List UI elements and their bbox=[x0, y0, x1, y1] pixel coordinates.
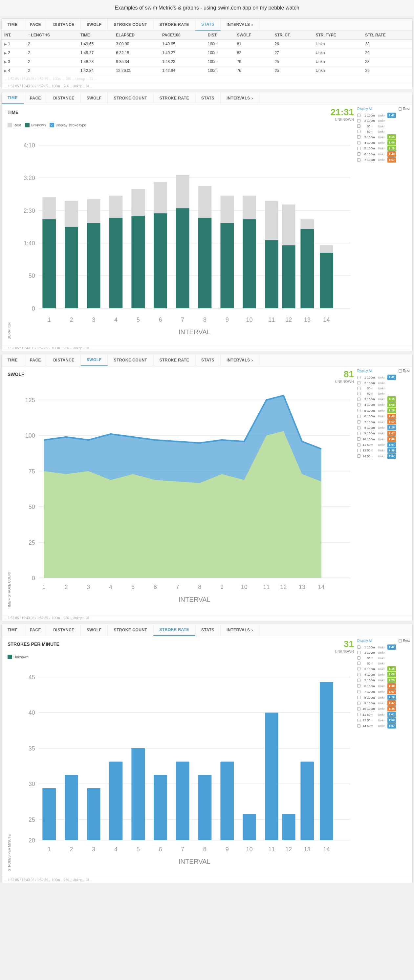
legend-display-stroke[interactable]: ✓ Display stroke type bbox=[49, 123, 86, 127]
stroke-rate-chart-main: STROKES PER MINUTE 31 UNKNOWN Unknown ST… bbox=[4, 639, 357, 874]
svg-text:3: 3 bbox=[92, 846, 95, 853]
tab-intervals-stats[interactable]: INTERVALS bbox=[221, 19, 260, 30]
time-sidebar-list: 1 100m Unkn 1:42 2 100m Unkn 50m Unkn bbox=[357, 113, 410, 162]
svg-rect-97 bbox=[65, 775, 78, 840]
tab-swolf-active[interactable]: SWOLF bbox=[81, 354, 108, 366]
stroke-rate-legend: Unknown bbox=[4, 653, 357, 660]
sr-rest-label: Rest bbox=[403, 639, 410, 643]
time-rest-check[interactable]: Rest bbox=[398, 107, 410, 111]
svg-text:12: 12 bbox=[285, 317, 292, 323]
stroke-rate-y-axis-label: STROKES PER MINUTE bbox=[8, 662, 11, 871]
svg-rect-108 bbox=[300, 762, 314, 840]
tab-stroke-count-swolf[interactable]: STROKE COUNT bbox=[108, 355, 153, 366]
svg-text:6: 6 bbox=[159, 317, 162, 323]
svg-text:125: 125 bbox=[25, 397, 35, 404]
svg-rect-13 bbox=[42, 197, 56, 219]
tab-intervals-sr[interactable]: INTERVALS bbox=[221, 624, 260, 636]
sr-rest-check[interactable]: Rest bbox=[398, 639, 410, 643]
tab-distance-time[interactable]: DISTANCE bbox=[47, 92, 80, 104]
tab-stroke-count-stats[interactable]: STROKE COUNT bbox=[108, 19, 153, 30]
tab-stroke-rate-active[interactable]: STROKE RATE bbox=[153, 624, 195, 636]
svg-rect-12 bbox=[42, 219, 56, 308]
legend-rest: Rest bbox=[8, 123, 21, 127]
svg-rect-34 bbox=[282, 245, 296, 308]
tab-time-time[interactable]: TIME bbox=[2, 92, 24, 104]
swolf-display-all[interactable]: Display All bbox=[357, 369, 372, 372]
svg-text:2: 2 bbox=[70, 846, 73, 853]
sr-display-all[interactable]: Display All bbox=[357, 639, 372, 643]
stroke-rate-big-num: 31 bbox=[335, 639, 354, 649]
sr-rest-checkbox[interactable] bbox=[398, 639, 402, 643]
tab-swolf-sr[interactable]: SWOLF bbox=[81, 624, 108, 636]
time-legend: Rest Unknown ✓ Display stroke type bbox=[4, 121, 357, 129]
tab-time-stats[interactable]: TIME bbox=[2, 19, 24, 30]
svg-text:4:10: 4:10 bbox=[24, 142, 35, 149]
svg-text:INTERVAL: INTERVAL bbox=[178, 858, 210, 865]
time-tab-nav: TIME PACE DISTANCE SWOLF STROKE COUNT ST… bbox=[2, 92, 412, 104]
svg-rect-27 bbox=[198, 186, 212, 218]
legend-rest-box bbox=[8, 123, 12, 127]
svg-rect-23 bbox=[154, 182, 167, 213]
stroke-rate-chart-sidebar: Display All Rest 1100mUnkn1:42 2100mUnkn… bbox=[357, 639, 410, 874]
tab-distance-sr[interactable]: DISTANCE bbox=[47, 624, 80, 636]
tab-stats-active[interactable]: STATS bbox=[195, 19, 221, 30]
swolf-rest-checkbox[interactable] bbox=[398, 369, 402, 372]
tab-stroke-rate-swolf[interactable]: STROKE RATE bbox=[153, 355, 195, 366]
tab-stroke-count-time[interactable]: STROKE COUNT bbox=[108, 92, 153, 104]
svg-text:4: 4 bbox=[114, 317, 118, 323]
tab-intervals-time[interactable]: INTERVALS bbox=[221, 92, 260, 104]
svg-text:25: 25 bbox=[29, 539, 35, 546]
col-str-type: STR. TYPE bbox=[313, 31, 363, 40]
svg-text:4: 4 bbox=[109, 584, 112, 591]
time-display-all[interactable]: Display All bbox=[357, 107, 372, 111]
tab-stroke-count-sr[interactable]: STROKE COUNT bbox=[108, 624, 153, 636]
time-sidebar-header: Display All Rest bbox=[357, 107, 410, 111]
svg-text:6: 6 bbox=[159, 846, 162, 853]
svg-text:4: 4 bbox=[114, 846, 118, 853]
svg-text:1: 1 bbox=[42, 584, 46, 591]
svg-text:45: 45 bbox=[29, 674, 35, 681]
tab-pace-sr[interactable]: PACE bbox=[24, 624, 47, 636]
tab-distance-swolf[interactable]: DISTANCE bbox=[47, 355, 80, 366]
svg-rect-36 bbox=[300, 229, 314, 308]
tab-intervals-swolf[interactable]: INTERVALS bbox=[221, 354, 260, 366]
tab-stats-sr[interactable]: STATS bbox=[195, 624, 221, 636]
tab-time-sr[interactable]: TIME bbox=[2, 624, 24, 636]
svg-rect-38 bbox=[320, 253, 333, 308]
tab-stats-time[interactable]: STATS bbox=[195, 92, 221, 104]
swolf-rest-check[interactable]: Rest bbox=[398, 369, 410, 372]
tab-pace-time[interactable]: PACE bbox=[24, 92, 47, 104]
svg-rect-96 bbox=[42, 788, 56, 840]
tab-swolf-stats[interactable]: SWOLF bbox=[81, 19, 108, 30]
time-bar-svg: 4:10 3:20 2:30 1:40 50 0 bbox=[13, 130, 354, 338]
time-section: TIME PACE DISTANCE SWOLF STROKE COUNT ST… bbox=[1, 92, 413, 351]
table-row: ▶ 1 2 1:49.65 3:00.90 1:49.65 100m 81 26… bbox=[2, 40, 412, 49]
svg-text:35: 35 bbox=[29, 745, 35, 752]
tab-pace-stats[interactable]: PACE bbox=[24, 19, 47, 30]
tab-pace-swolf[interactable]: PACE bbox=[24, 355, 47, 366]
page-title: Examples of swim Metric's & graphs - usi… bbox=[0, 0, 414, 16]
tab-time-swolf[interactable]: TIME bbox=[2, 355, 24, 366]
svg-text:5: 5 bbox=[137, 846, 140, 853]
tab-stats-swolf[interactable]: STATS bbox=[195, 355, 221, 366]
stroke-rate-sub-label: UNKNOWN bbox=[335, 649, 354, 653]
sidebar-row-5: 5 100m Unkn 1:25 bbox=[357, 146, 410, 151]
table-row: ▶ 3 2 1:48.23 9:35.34 1:48.23 100m 79 25… bbox=[2, 57, 412, 66]
sr-legend-unknown: Unknown bbox=[8, 655, 29, 659]
svg-text:14: 14 bbox=[323, 846, 330, 853]
legend-display-stroke-check[interactable]: ✓ bbox=[49, 123, 54, 127]
svg-text:50: 50 bbox=[29, 504, 35, 511]
svg-rect-22 bbox=[154, 213, 167, 308]
rest-checkbox[interactable] bbox=[398, 107, 402, 111]
time-ticker: ... 1:52.85 / 15:43.08 / 1:52.85... 100m… bbox=[2, 345, 412, 351]
tab-swolf-time[interactable]: SWOLF bbox=[81, 92, 108, 104]
svg-rect-102 bbox=[176, 762, 189, 840]
time-chart-main: TIME 21:31 UNKNOWN Rest Unknown ✓ bbox=[4, 107, 357, 342]
svg-rect-14 bbox=[65, 227, 78, 308]
sidebar-row-2-50b: 50m Unkn bbox=[357, 129, 410, 134]
tab-stroke-rate-stats[interactable]: STROKE RATE bbox=[153, 19, 195, 30]
tab-stroke-rate-time[interactable]: STROKE RATE bbox=[153, 92, 195, 104]
table-row: ▶ 4 2 1:42.84 12:26.05 1:42.84 100m 76 2… bbox=[2, 66, 412, 75]
tab-distance-stats[interactable]: DISTANCE bbox=[47, 19, 80, 30]
svg-text:0: 0 bbox=[32, 575, 35, 581]
